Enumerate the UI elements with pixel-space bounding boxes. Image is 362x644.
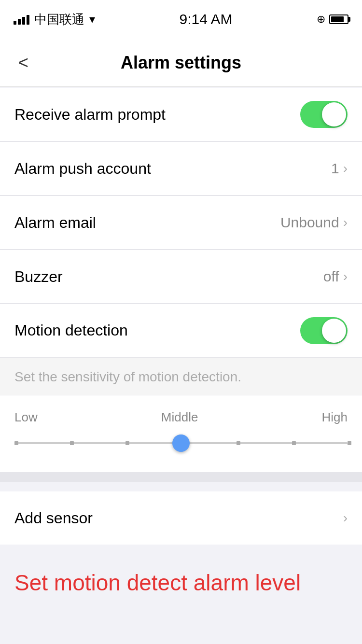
- slider-section: Low Middle High: [0, 395, 362, 472]
- slider-labels: Low Middle High: [14, 410, 348, 425]
- motion-detection-toggle[interactable]: [300, 317, 348, 344]
- slider-tick-6: [292, 441, 296, 445]
- sensitivity-hint-row: Set the sensitivity of motion detection.: [0, 357, 362, 395]
- alarm-email-label: Alarm email: [14, 214, 96, 232]
- back-button[interactable]: <: [14, 48, 33, 78]
- status-left: 中国联通 ▾: [14, 11, 95, 28]
- alarm-push-label: Alarm push account: [14, 160, 151, 178]
- slider-tick-2: [70, 441, 74, 445]
- status-right: ⊕: [317, 13, 348, 26]
- alarm-push-group: Alarm push account 1 ›: [0, 142, 362, 195]
- slider-tick-5: [237, 441, 240, 445]
- receive-alarm-toggle-knob: [322, 102, 346, 126]
- motion-detection-label: Motion detection: [14, 322, 128, 339]
- wifi-icon: ▾: [89, 13, 95, 26]
- slider-thumb[interactable]: [172, 434, 190, 452]
- buzzer-item[interactable]: Buzzer off ›: [0, 250, 362, 303]
- buzzer-group: Buzzer off ›: [0, 250, 362, 303]
- receive-alarm-item[interactable]: Receive alarm prompt: [0, 88, 362, 141]
- slider-high-label: High: [322, 410, 348, 425]
- alarm-email-item[interactable]: Alarm email Unbound ›: [0, 196, 362, 249]
- slider-tick-3: [125, 441, 129, 445]
- sensitivity-hint: Set the sensitivity of motion detection.: [14, 369, 241, 384]
- slider-track-container[interactable]: [14, 434, 348, 453]
- slider-low-label: Low: [14, 410, 38, 425]
- motion-detection-item[interactable]: Motion detection: [0, 304, 362, 357]
- motion-section: Motion detection Set the sensitivity of …: [0, 304, 362, 472]
- battery-icon: [329, 14, 348, 24]
- alarm-email-right: Unbound ›: [280, 214, 348, 231]
- bottom-section: Set motion detect alarm level: [0, 545, 362, 644]
- buzzer-right: off ›: [323, 268, 348, 285]
- add-sensor-chevron: ›: [343, 510, 348, 526]
- alarm-email-value: Unbound: [280, 214, 339, 231]
- receive-alarm-label: Receive alarm prompt: [14, 106, 166, 124]
- alarm-push-item[interactable]: Alarm push account 1 ›: [0, 142, 362, 195]
- alarm-push-value: 1: [331, 160, 339, 177]
- lock-icon: ⊕: [317, 13, 325, 26]
- alarm-push-chevron: ›: [343, 161, 348, 176]
- status-time: 9:14 AM: [179, 11, 232, 28]
- add-sensor-right: ›: [343, 510, 348, 526]
- status-bar: 中国联通 ▾ 9:14 AM ⊕: [0, 0, 362, 39]
- add-sensor-item[interactable]: Add sensor ›: [0, 491, 362, 545]
- slider-middle-label: Middle: [161, 410, 198, 425]
- slider-track[interactable]: [14, 442, 348, 444]
- carrier-label: 中国联通: [34, 11, 84, 28]
- receive-alarm-group: Receive alarm prompt: [0, 88, 362, 141]
- alarm-push-right: 1 ›: [331, 160, 348, 177]
- signal-icon: [14, 14, 29, 25]
- add-sensor-label: Add sensor: [14, 509, 93, 527]
- slider-tick-7: [348, 441, 351, 445]
- buzzer-label: Buzzer: [14, 268, 63, 286]
- slider-tick-1: [14, 441, 18, 445]
- alarm-email-chevron: ›: [343, 215, 348, 230]
- nav-bar: < Alarm settings: [0, 39, 362, 87]
- bottom-text: Set motion detect alarm level: [14, 570, 301, 595]
- alarm-email-group: Alarm email Unbound ›: [0, 196, 362, 249]
- buzzer-chevron: ›: [343, 269, 348, 284]
- receive-alarm-toggle[interactable]: [300, 101, 348, 128]
- separator-5: [0, 472, 362, 482]
- buzzer-value: off: [323, 268, 339, 285]
- motion-detection-toggle-knob: [322, 319, 346, 343]
- page-title: Alarm settings: [121, 53, 241, 73]
- add-sensor-group: Add sensor ›: [0, 491, 362, 545]
